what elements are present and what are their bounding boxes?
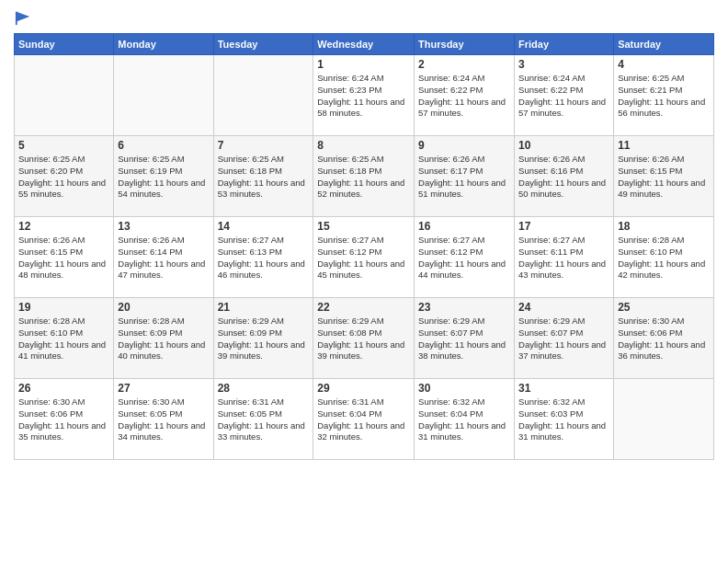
day-info: Sunrise: 6:27 AM Sunset: 6:13 PM Dayligh… [218,235,310,282]
day-number: 14 [218,220,310,233]
day-number: 12 [18,220,109,233]
calendar-cell: 31Sunrise: 6:32 AM Sunset: 6:03 PM Dayli… [515,379,614,460]
day-number: 22 [317,301,410,314]
calendar-cell: 29Sunrise: 6:31 AM Sunset: 6:04 PM Dayli… [313,379,415,460]
day-info: Sunrise: 6:32 AM Sunset: 6:03 PM Dayligh… [518,396,609,443]
calendar-cell: 26Sunrise: 6:30 AM Sunset: 6:06 PM Dayli… [15,379,114,460]
calendar-cell: 27Sunrise: 6:30 AM Sunset: 6:05 PM Dayli… [114,379,213,460]
calendar-cell: 6Sunrise: 6:25 AM Sunset: 6:19 PM Daylig… [114,136,213,217]
day-info: Sunrise: 6:32 AM Sunset: 6:04 PM Dayligh… [418,396,510,443]
day-info: Sunrise: 6:25 AM Sunset: 6:20 PM Dayligh… [18,154,109,201]
day-number: 5 [18,139,109,152]
day-number: 17 [518,220,609,233]
day-number: 1 [317,58,410,71]
day-info: Sunrise: 6:30 AM Sunset: 6:06 PM Dayligh… [18,396,109,443]
day-info: Sunrise: 6:25 AM Sunset: 6:18 PM Dayligh… [218,154,310,201]
day-info: Sunrise: 6:24 AM Sunset: 6:22 PM Dayligh… [518,73,609,120]
calendar-week-2: 5Sunrise: 6:25 AM Sunset: 6:20 PM Daylig… [15,136,714,217]
day-info: Sunrise: 6:27 AM Sunset: 6:11 PM Dayligh… [518,235,609,282]
calendar-cell: 28Sunrise: 6:31 AM Sunset: 6:05 PM Dayli… [213,379,313,460]
logo [14,9,31,26]
calendar-cell [614,379,714,460]
calendar-cell: 25Sunrise: 6:30 AM Sunset: 6:06 PM Dayli… [614,298,714,379]
calendar-cell: 24Sunrise: 6:29 AM Sunset: 6:07 PM Dayli… [515,298,614,379]
calendar-cell: 5Sunrise: 6:25 AM Sunset: 6:20 PM Daylig… [15,136,114,217]
day-info: Sunrise: 6:27 AM Sunset: 6:12 PM Dayligh… [317,235,410,282]
weekday-header-thursday: Thursday [415,34,515,55]
day-number: 21 [218,301,310,314]
calendar-cell: 19Sunrise: 6:28 AM Sunset: 6:10 PM Dayli… [15,298,114,379]
calendar-cell: 17Sunrise: 6:27 AM Sunset: 6:11 PM Dayli… [515,217,614,298]
day-info: Sunrise: 6:28 AM Sunset: 6:10 PM Dayligh… [18,316,109,362]
day-info: Sunrise: 6:24 AM Sunset: 6:23 PM Dayligh… [317,73,410,120]
day-info: Sunrise: 6:30 AM Sunset: 6:05 PM Dayligh… [118,396,209,443]
calendar-week-3: 12Sunrise: 6:26 AM Sunset: 6:15 PM Dayli… [15,217,714,298]
calendar-cell: 3Sunrise: 6:24 AM Sunset: 6:22 PM Daylig… [515,55,614,136]
day-number: 30 [418,382,510,395]
calendar-cell: 1Sunrise: 6:24 AM Sunset: 6:23 PM Daylig… [313,55,415,136]
calendar-week-5: 26Sunrise: 6:30 AM Sunset: 6:06 PM Dayli… [15,379,714,460]
day-info: Sunrise: 6:31 AM Sunset: 6:04 PM Dayligh… [317,396,410,443]
svg-marker-0 [17,12,29,22]
day-number: 31 [518,382,609,395]
day-info: Sunrise: 6:30 AM Sunset: 6:06 PM Dayligh… [618,316,710,362]
weekday-header-monday: Monday [114,34,213,55]
day-number: 9 [418,139,510,152]
day-number: 18 [618,220,710,233]
calendar-cell: 13Sunrise: 6:26 AM Sunset: 6:14 PM Dayli… [114,217,213,298]
calendar-cell: 18Sunrise: 6:28 AM Sunset: 6:10 PM Dayli… [614,217,714,298]
calendar-page: SundayMondayTuesdayWednesdayThursdayFrid… [0,0,728,563]
logo-flag-icon [15,9,31,26]
day-info: Sunrise: 6:25 AM Sunset: 6:19 PM Dayligh… [118,154,209,201]
day-info: Sunrise: 6:27 AM Sunset: 6:12 PM Dayligh… [418,235,510,282]
day-info: Sunrise: 6:29 AM Sunset: 6:09 PM Dayligh… [218,316,310,362]
calendar-cell: 9Sunrise: 6:26 AM Sunset: 6:17 PM Daylig… [415,136,515,217]
calendar-cell: 21Sunrise: 6:29 AM Sunset: 6:09 PM Dayli… [213,298,313,379]
calendar-cell: 20Sunrise: 6:28 AM Sunset: 6:09 PM Dayli… [114,298,213,379]
day-number: 10 [518,139,609,152]
day-info: Sunrise: 6:26 AM Sunset: 6:16 PM Dayligh… [518,154,609,201]
day-number: 26 [18,382,109,395]
calendar-cell: 2Sunrise: 6:24 AM Sunset: 6:22 PM Daylig… [415,55,515,136]
day-info: Sunrise: 6:28 AM Sunset: 6:09 PM Dayligh… [118,316,209,362]
calendar-week-4: 19Sunrise: 6:28 AM Sunset: 6:10 PM Dayli… [15,298,714,379]
calendar-cell [15,55,114,136]
day-info: Sunrise: 6:26 AM Sunset: 6:15 PM Dayligh… [618,154,710,201]
calendar-cell: 4Sunrise: 6:25 AM Sunset: 6:21 PM Daylig… [614,55,714,136]
calendar-cell [213,55,313,136]
calendar-cell: 16Sunrise: 6:27 AM Sunset: 6:12 PM Dayli… [415,217,515,298]
calendar-cell: 14Sunrise: 6:27 AM Sunset: 6:13 PM Dayli… [213,217,313,298]
calendar-cell: 15Sunrise: 6:27 AM Sunset: 6:12 PM Dayli… [313,217,415,298]
calendar-cell: 8Sunrise: 6:25 AM Sunset: 6:18 PM Daylig… [313,136,415,217]
calendar-cell: 30Sunrise: 6:32 AM Sunset: 6:04 PM Dayli… [415,379,515,460]
day-number: 4 [618,58,710,71]
day-number: 19 [18,301,109,314]
day-info: Sunrise: 6:29 AM Sunset: 6:07 PM Dayligh… [418,316,510,362]
day-number: 13 [118,220,209,233]
day-number: 15 [317,220,410,233]
calendar-cell: 22Sunrise: 6:29 AM Sunset: 6:08 PM Dayli… [313,298,415,379]
day-info: Sunrise: 6:25 AM Sunset: 6:21 PM Dayligh… [618,73,710,120]
calendar-table: SundayMondayTuesdayWednesdayThursdayFrid… [14,33,714,460]
day-number: 25 [618,301,710,314]
calendar-cell: 11Sunrise: 6:26 AM Sunset: 6:15 PM Dayli… [614,136,714,217]
weekday-header-tuesday: Tuesday [213,34,313,55]
calendar-cell: 23Sunrise: 6:29 AM Sunset: 6:07 PM Dayli… [415,298,515,379]
day-info: Sunrise: 6:26 AM Sunset: 6:17 PM Dayligh… [418,154,510,201]
day-number: 7 [218,139,310,152]
day-number: 20 [118,301,209,314]
day-number: 2 [418,58,510,71]
day-info: Sunrise: 6:28 AM Sunset: 6:10 PM Dayligh… [618,235,710,282]
weekday-header-friday: Friday [515,34,614,55]
day-info: Sunrise: 6:26 AM Sunset: 6:14 PM Dayligh… [118,235,209,282]
day-info: Sunrise: 6:31 AM Sunset: 6:05 PM Dayligh… [218,396,310,443]
day-number: 27 [118,382,209,395]
day-number: 28 [218,382,310,395]
day-info: Sunrise: 6:29 AM Sunset: 6:08 PM Dayligh… [317,316,410,362]
day-number: 3 [518,58,609,71]
day-number: 8 [317,139,410,152]
calendar-week-1: 1Sunrise: 6:24 AM Sunset: 6:23 PM Daylig… [15,55,714,136]
weekday-header-row: SundayMondayTuesdayWednesdayThursdayFrid… [15,34,714,55]
calendar-cell [114,55,213,136]
day-info: Sunrise: 6:29 AM Sunset: 6:07 PM Dayligh… [518,316,609,362]
